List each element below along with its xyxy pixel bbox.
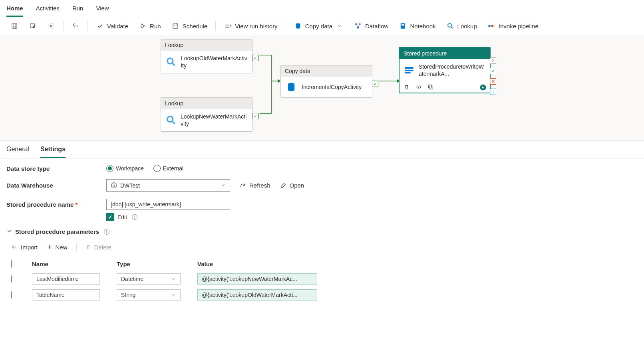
svg-rect-22 [429,85,432,88]
param-value-input[interactable]: @{activity('LookupNewWaterMarkAc... [197,273,317,285]
svg-point-15 [167,58,173,64]
stored-proc-name-input[interactable]: [dbo].[usp_write_watermark] [106,199,230,210]
skip-port[interactable] [490,57,496,64]
col-value: Value [193,257,637,271]
search-icon [165,55,177,68]
view-run-history-label: View run history [235,23,277,30]
settings-panel-tabs: General Settings [0,141,644,158]
radio-workspace-label: Workspace [116,165,144,172]
save-as-button[interactable] [25,20,41,32]
svg-point-8 [357,27,359,29]
refresh-label: Refresh [249,182,270,189]
svg-rect-10 [402,24,404,25]
copy-icon[interactable] [427,84,434,90]
pipeline-canvas[interactable]: Lookup LookupOldWaterMarkActivity ✓ Look… [0,35,644,141]
row-checkbox[interactable] [11,275,12,283]
copy-data-label: Copy data [305,23,332,30]
tab-settings[interactable]: Settings [40,146,66,158]
save-button[interactable] [6,20,22,32]
activity-type-label: Stored procedure [400,48,490,59]
success-port[interactable]: ✓ [252,113,258,119]
search-icon [165,114,177,127]
svg-rect-20 [405,72,411,74]
warehouse-icon [111,182,117,189]
validate-label: Validate [107,23,128,30]
stored-proc-name-value: [dbo].[usp_write_watermark] [111,201,181,208]
code-icon[interactable] [415,84,422,90]
info-icon[interactable]: i [104,229,109,235]
param-value-input[interactable]: @{activity('LookupOldWaterMarkActi... [197,289,317,300]
success-port[interactable]: ✓ [490,68,496,74]
activity-name: LookupOldWaterMarkActivity [181,55,248,69]
select-all-checkbox[interactable] [11,260,12,268]
tab-home[interactable]: Home [6,3,23,17]
activity-lookup-new-watermark[interactable]: Lookup LookupNewWaterMarkActivity ✓ [161,97,252,132]
failure-port[interactable]: ✕ [490,78,496,85]
svg-rect-18 [405,67,413,69]
notebook-button[interactable]: Notebook [395,20,439,32]
row-checkbox[interactable] [11,291,12,298]
undo-icon [72,22,80,30]
invoke-pipeline-button[interactable]: Invoke pipeline [483,20,543,32]
success-port[interactable]: ✓ [372,81,378,87]
radio-external[interactable]: External [153,165,183,172]
toolbar-separator [63,21,64,31]
stored-proc-name-label: Stored procedure name * [6,199,106,208]
toolbar: Validate Run Schedule View run history C… [0,17,644,35]
save-edit-icon [29,22,37,30]
tab-activities[interactable]: Activities [36,3,60,17]
new-label: New [56,244,68,251]
activity-name: LookupNewWaterMarkActivity [181,113,248,127]
radio-external-label: External [163,165,183,172]
copy-data-button[interactable]: Copy data [290,20,348,32]
params-section-toggle[interactable]: Stored procedure parameters i [6,228,638,235]
param-type-select[interactable]: String [117,289,181,300]
schedule-label: Schedule [183,23,208,30]
view-run-history-button[interactable]: View run history [220,20,281,32]
dataflow-label: Dataflow [365,23,388,30]
delete-button[interactable]: Delete [85,244,111,251]
schedule-button[interactable]: Schedule [167,20,212,32]
undo-button[interactable] [68,20,83,32]
pipeline-icon [487,22,495,30]
toolbar-separator [76,243,77,251]
import-button[interactable]: Import [10,244,38,251]
activity-incremental-copy[interactable]: Copy data IncrementalCopyActivity ✓ [280,65,372,98]
search-icon [446,22,454,30]
activity-type-label: Copy data [281,65,372,77]
activity-name: IncrementalCopyActivity [302,83,362,91]
svg-point-12 [448,24,451,27]
activity-lookup-old-watermark[interactable]: Lookup LookupOldWaterMarkActivity ✓ [161,39,252,73]
activity-name: StoredProceduretoWriteWatermarkA... [419,63,486,77]
svg-point-3 [50,25,52,27]
settings-button[interactable] [43,20,59,32]
delete-icon[interactable] [403,84,410,90]
data-warehouse-value: DWTest [120,182,140,189]
edit-checkbox[interactable]: ✓ [106,213,114,221]
param-name-input[interactable]: TableName [32,289,100,300]
data-warehouse-select[interactable]: DWTest [106,179,230,192]
lookup-button[interactable]: Lookup [442,20,481,32]
table-row: LastModifiedtime Datetime @{activity('Lo… [7,271,637,287]
new-button[interactable]: New [47,244,68,251]
tab-view[interactable]: View [96,3,109,17]
refresh-button[interactable]: Refresh [240,182,270,189]
open-button[interactable]: Open [280,182,304,189]
dataflow-button[interactable]: Dataflow [350,20,392,32]
completion-port[interactable]: → [490,89,496,95]
play-icon [139,22,147,30]
tab-general[interactable]: General [6,146,29,158]
tab-run[interactable]: Run [72,3,83,17]
radio-workspace[interactable]: Workspace [106,165,144,172]
calendar-icon [171,22,179,30]
param-type-select[interactable]: Datetime [117,273,181,285]
go-icon[interactable] [479,84,486,90]
validate-button[interactable]: Validate [92,20,132,32]
run-button[interactable]: Run [135,20,165,32]
notebook-label: Notebook [410,23,435,30]
activity-stored-procedure[interactable]: Stored procedure StoredProceduretoWriteW… [399,47,491,93]
success-port[interactable]: ✓ [252,55,258,61]
info-icon[interactable]: i [132,214,137,220]
param-name-input[interactable]: LastModifiedtime [32,273,100,285]
param-toolbar: Import New Delete [6,241,638,257]
